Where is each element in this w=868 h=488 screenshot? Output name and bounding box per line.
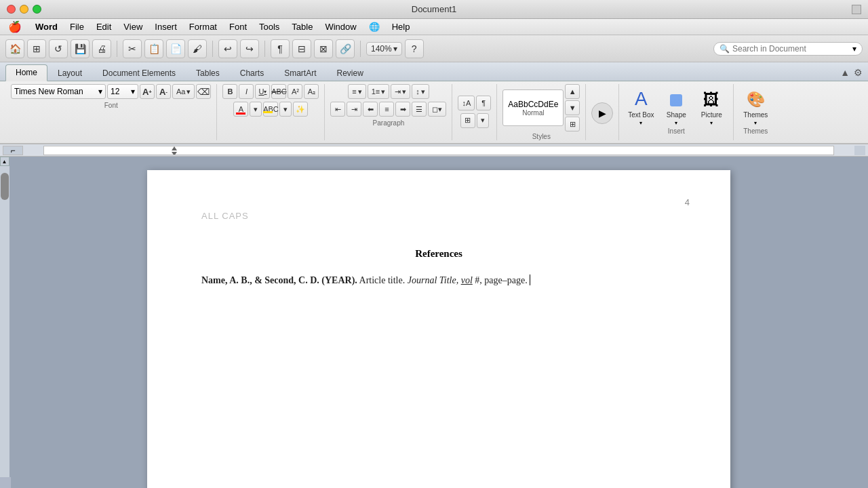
tab-layout[interactable]: Layout — [47, 65, 92, 81]
scroll-up-btn[interactable]: ▲ — [0, 157, 9, 166]
toolbar-save-btn[interactable]: 💾 — [71, 39, 90, 58]
subscript-btn[interactable]: A₂ — [304, 84, 319, 99]
themes-btn[interactable]: 🎨 Themes ▾ — [739, 89, 772, 126]
bold-btn[interactable]: B — [222, 84, 237, 99]
strikethrough-btn[interactable]: ABC — [271, 84, 286, 99]
reference-line[interactable]: Name, A. B., & Second, C. D. (YEAR). Art… — [201, 273, 676, 288]
toolbar-cut-btn[interactable]: ✂ — [123, 39, 142, 58]
scroll-corner — [0, 477, 11, 488]
tab-smartart[interactable]: SmartArt — [274, 65, 326, 81]
font-size-select[interactable]: 12 ▾ — [107, 84, 138, 99]
menu-table[interactable]: Table — [286, 20, 318, 33]
toolbar-redo-btn[interactable]: ↪ — [240, 39, 259, 58]
styles-play-btn[interactable]: ▶ — [591, 102, 613, 124]
scrollbar-vertical[interactable]: ▲ ▼ ⊞ — [0, 157, 9, 488]
align-right-btn[interactable]: ➡ — [395, 102, 410, 117]
menu-help[interactable]: 🌐 — [363, 20, 385, 33]
references-heading[interactable]: References — [201, 248, 676, 260]
justify-btn[interactable]: ☰ — [412, 102, 427, 117]
toolbar-layout-btn[interactable]: ⊟ — [292, 39, 311, 58]
bullets-btn[interactable]: ≡▾ — [348, 84, 366, 99]
menu-window[interactable]: Window — [319, 20, 361, 33]
insert-textbox-btn[interactable]: A Text Box ▾ — [625, 89, 657, 126]
close-button[interactable] — [7, 5, 16, 14]
styles-down-btn[interactable]: ▼ — [565, 100, 580, 115]
toolbar-help-btn[interactable]: ? — [405, 39, 424, 58]
toolbar-pilcrow-btn[interactable]: ¶ — [271, 39, 290, 58]
ruler-corner[interactable]: ⌐ — [3, 146, 23, 155]
styles-preview[interactable]: AaBbCcDdEe Normal — [502, 89, 564, 126]
toolbar-paste-btn[interactable]: 📄 — [166, 39, 185, 58]
search-input[interactable] — [732, 44, 850, 54]
text-cursor — [530, 274, 530, 285]
highlight-btn[interactable]: ABC — [263, 102, 278, 117]
align-dropdown-btn[interactable]: ▾ — [477, 113, 489, 128]
toolbar-link-btn[interactable]: 🔗 — [336, 39, 355, 58]
ruler-indent-marker[interactable] — [172, 146, 177, 155]
tab-charts[interactable]: Charts — [230, 65, 274, 81]
insert-picture-btn[interactable]: 🖼 Picture ▾ — [695, 89, 728, 126]
ribbon-section-styles2: ▶ — [586, 84, 619, 140]
toolbar-copy-btn[interactable]: 📋 — [144, 39, 163, 58]
highlight-arrow[interactable]: ▾ — [279, 102, 292, 117]
styles-more-btn[interactable]: ⊞ — [565, 117, 580, 131]
toolbar-print-btn[interactable]: 🖨 — [92, 39, 111, 58]
menu-view[interactable]: View — [118, 20, 148, 33]
sort-btn[interactable]: ↕A — [458, 96, 475, 110]
toolbar-open-btn[interactable]: ⊞ — [27, 39, 46, 58]
zoom-display[interactable]: 140% ▾ — [366, 42, 402, 56]
menu-format[interactable]: Format — [184, 20, 222, 33]
italic-btn[interactable]: I — [239, 84, 254, 99]
scroll-track[interactable] — [0, 166, 9, 483]
spacing-btn[interactable]: ↕▾ — [412, 84, 429, 99]
maximize-button[interactable] — [33, 5, 41, 14]
insert-shape-btn[interactable]: Shape ▾ — [660, 89, 692, 126]
search-toolbar[interactable]: 🔍 ▾ — [713, 42, 863, 56]
font-increase-btn[interactable]: A+ — [140, 84, 155, 99]
decrease-indent-btn[interactable]: ⇤ — [330, 102, 345, 117]
toolbar-refresh-btn[interactable]: ↺ — [49, 39, 68, 58]
underline-btn[interactable]: U▾ — [255, 84, 270, 99]
all-caps-text: ALL CAPS — [201, 211, 676, 221]
superscript-btn[interactable]: A² — [288, 84, 302, 99]
menu-edit[interactable]: Edit — [91, 20, 117, 33]
toolbar-format-painter-btn[interactable]: 🖌 — [188, 39, 207, 58]
menu-word[interactable]: Word — [30, 20, 63, 33]
ref-vol: vol — [461, 275, 473, 285]
tab-document-elements[interactable]: Document Elements — [92, 65, 186, 81]
scroll-thumb[interactable] — [1, 173, 9, 200]
styles-up-btn[interactable]: ▲ — [565, 84, 580, 99]
toolbar-new-btn[interactable]: 🏠 — [5, 39, 24, 58]
increase-indent-btn[interactable]: ⇥ — [347, 102, 361, 117]
apple-menu[interactable]: 🍎 — [4, 20, 26, 33]
font-color-arrow[interactable]: ▾ — [250, 102, 262, 117]
numbering-btn[interactable]: 1≡▾ — [368, 84, 390, 99]
font-color-btn[interactable]: A — [233, 102, 248, 117]
window-resize[interactable] — [852, 5, 861, 14]
tab-home[interactable]: Home — [5, 64, 47, 81]
shading-btn[interactable]: ◻▾ — [428, 102, 446, 117]
pilcrow-btn[interactable]: ¶ — [476, 96, 491, 110]
menu-font[interactable]: Font — [224, 20, 252, 33]
indent-btn[interactable]: ⇥▾ — [391, 84, 410, 99]
ribbon-settings-icon[interactable]: ⚙ — [854, 67, 863, 78]
tab-tables[interactable]: Tables — [186, 65, 230, 81]
toolbar-cols-btn[interactable]: ⊠ — [314, 39, 333, 58]
menu-insert[interactable]: Insert — [149, 20, 182, 33]
menu-tools[interactable]: Tools — [254, 20, 285, 33]
font-family-select[interactable]: Times New Roman ▾ — [11, 84, 106, 99]
ribbon-up-arrow[interactable]: ▲ — [840, 67, 850, 78]
toolbar-undo-btn[interactable]: ↩ — [218, 39, 237, 58]
effects-btn[interactable]: ✨ — [293, 102, 308, 117]
tab-review[interactable]: Review — [326, 65, 373, 81]
menu-help-label[interactable]: Help — [387, 20, 416, 33]
clear-format-btn[interactable]: ⌫ — [196, 84, 211, 99]
align-left-btn[interactable]: ⬅ — [363, 102, 378, 117]
font-decrease-btn[interactable]: A- — [156, 84, 171, 99]
case-btn[interactable]: Aa▾ — [172, 84, 195, 99]
align-distribute-btn[interactable]: ⊞ — [460, 113, 475, 128]
minimize-button[interactable] — [20, 5, 28, 14]
align-center-btn[interactable]: ≡ — [379, 102, 394, 117]
page-area[interactable]: 4 ALL CAPS References Name, A. B., & Sec… — [9, 157, 868, 488]
menu-file[interactable]: File — [64, 20, 90, 33]
